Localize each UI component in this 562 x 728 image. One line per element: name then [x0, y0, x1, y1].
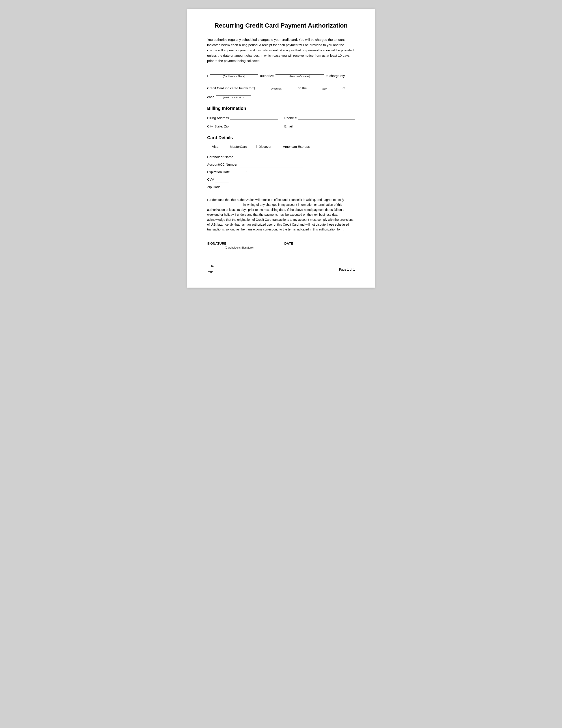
cardholder-name-line [210, 71, 258, 75]
of-text: of [342, 86, 345, 90]
billing-grid: Billing Address Phone # City, State, Zip… [207, 115, 355, 128]
legal-inline-line [207, 203, 243, 207]
each-text: each [207, 95, 215, 99]
card-details-heading: Card Details [207, 135, 355, 140]
visa-label: Visa [212, 145, 219, 148]
intro-paragraph: You authorize regularly scheduled charge… [207, 37, 355, 64]
card-types-row: Visa MasterCard Discover American Expres… [207, 145, 355, 148]
signature-label: SIGNATURE [207, 241, 226, 245]
authorize-text: authorize [260, 74, 274, 78]
authorize-line: I (Cardholder's Name) authorize (Merchan… [207, 71, 355, 78]
billing-address-field: Billing Address [207, 115, 278, 120]
date-line [294, 241, 355, 245]
signature-sublabel: (Cardholder's Signature) [207, 246, 254, 249]
period-label: (week, month, etc.) [223, 96, 244, 99]
amex-label: American Express [283, 145, 310, 148]
document-icon: e [207, 265, 215, 273]
expiration-yy-line [248, 171, 261, 175]
amount-label: (Amount $) [271, 87, 282, 90]
email-field: Email [284, 124, 355, 128]
phone-field: Phone # [284, 115, 355, 120]
svg-text:e: e [211, 271, 211, 273]
cvv-line [215, 178, 229, 183]
cardholder-name-field-line [235, 156, 300, 160]
day-label: (day) [322, 87, 327, 90]
page-number: Page 1 of 1 [339, 268, 355, 271]
city-state-zip-field: City, State, Zip [207, 124, 278, 128]
expiration-slash: / [246, 169, 247, 175]
expiration-mm-line [231, 171, 245, 175]
account-number-label: Account/CC Number [207, 161, 238, 168]
signature-field: SIGNATURE (Cardholder's Signature) [207, 241, 278, 249]
cc-text1: Credit Card indicated below for $ [207, 86, 255, 90]
cvv-label: CVV [207, 176, 214, 183]
amount-line [257, 83, 296, 87]
cardholder-name-group: (Cardholder's Name) [210, 71, 258, 78]
mastercard-checkbox[interactable] [225, 145, 228, 148]
merchant-name-group: (Merchant's Name) [276, 71, 324, 78]
expiration-date-row: Expiration Date / [207, 169, 355, 175]
period-line [216, 92, 251, 96]
period-group: (week, month, etc.) [216, 92, 251, 99]
email-line [294, 124, 355, 128]
zip-code-line [222, 186, 244, 190]
on-the-text: on the [297, 86, 307, 90]
amount-group: (Amount $) [257, 83, 296, 90]
cardholder-label: (Cardholder's Name) [223, 75, 245, 78]
billing-address-line [230, 115, 278, 120]
amex-option[interactable]: American Express [278, 145, 310, 148]
period-punctuation: . [252, 95, 253, 99]
date-label: DATE [284, 241, 293, 245]
expiration-date-label: Expiration Date [207, 169, 230, 175]
each-line: each (week, month, etc.) . [207, 92, 355, 99]
visa-checkbox[interactable] [207, 145, 210, 148]
mastercard-label: MasterCard [230, 145, 247, 148]
svg-marker-1 [212, 265, 213, 267]
footer-icon: e [207, 265, 215, 274]
credit-card-section: Credit Card indicated below for $ (Amoun… [207, 83, 355, 99]
cvv-row: CVV [207, 176, 355, 183]
day-line [308, 83, 341, 87]
discover-option[interactable]: Discover [254, 145, 271, 148]
mastercard-option[interactable]: MasterCard [225, 145, 247, 148]
signature-section: SIGNATURE (Cardholder's Signature) DATE [207, 241, 355, 249]
legal-paragraph: I understand that this authorization wil… [207, 197, 355, 232]
billing-heading: Billing Information [207, 106, 355, 111]
signature-line [228, 241, 278, 245]
email-label: Email [284, 124, 293, 128]
page-title: Recurring Credit Card Payment Authorizat… [207, 22, 355, 29]
discover-checkbox[interactable] [254, 145, 257, 148]
card-details-fields: Cardholder Name Account/CC Number Expira… [207, 154, 355, 190]
city-state-zip-line [230, 124, 278, 128]
visa-option[interactable]: Visa [207, 145, 219, 148]
charge-line: Credit Card indicated below for $ (Amoun… [207, 83, 355, 90]
date-field: DATE [284, 241, 355, 249]
zip-code-label: Zip Code [207, 184, 221, 190]
signature-top: SIGNATURE [207, 241, 278, 245]
i-text: I [207, 74, 208, 78]
page-footer: e Page 1 of 1 [207, 262, 355, 274]
merchant-name-line [276, 71, 324, 75]
document-page: Recurring Credit Card Payment Authorizat… [187, 9, 375, 288]
billing-address-label: Billing Address [207, 116, 229, 120]
phone-line [298, 115, 355, 120]
cardholder-name-row: Cardholder Name [207, 154, 355, 160]
day-group: (day) [308, 83, 341, 90]
merchant-label: (Merchant's Name) [289, 75, 310, 78]
cardholder-name-field-label: Cardholder Name [207, 154, 233, 160]
discover-label: Discover [259, 145, 271, 148]
phone-label: Phone # [284, 116, 296, 120]
to-charge-text: to charge my [326, 74, 345, 78]
amex-checkbox[interactable] [278, 145, 281, 148]
date-top: DATE [284, 241, 355, 245]
city-state-zip-label: City, State, Zip [207, 124, 229, 128]
account-number-row: Account/CC Number [207, 161, 355, 168]
account-number-line [239, 163, 303, 168]
authorize-section: I (Cardholder's Name) authorize (Merchan… [207, 71, 355, 78]
zip-code-row: Zip Code [207, 184, 355, 190]
